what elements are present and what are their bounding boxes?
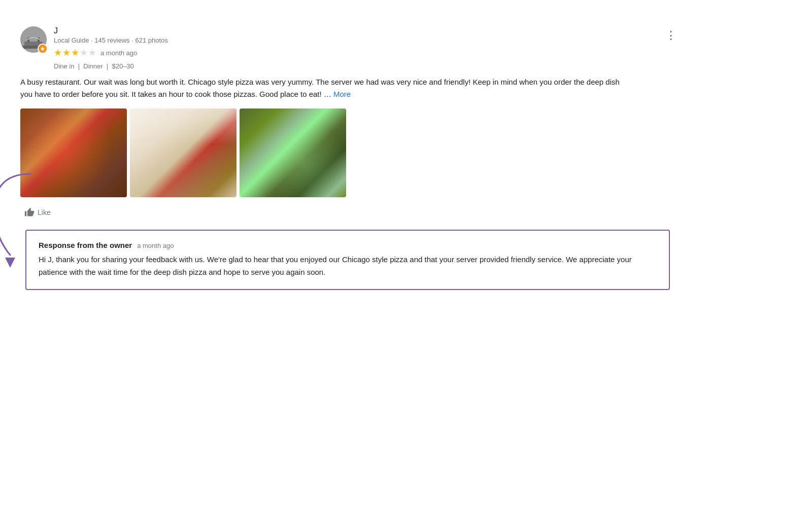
review-header: J Local Guide · 145 reviews · 621 photos… xyxy=(20,26,680,70)
avatar-wrapper xyxy=(20,26,47,53)
star-rating: ★ ★ ★ ★ ★ xyxy=(54,47,96,58)
review-photo-salad[interactable] xyxy=(240,109,346,197)
owner-response-header: Response from the owner a month ago xyxy=(39,241,657,249)
star-2: ★ xyxy=(62,47,71,58)
more-link[interactable]: More xyxy=(333,90,351,98)
like-label: Like xyxy=(38,208,51,216)
more-options-button[interactable]: ⋮ xyxy=(662,26,680,45)
reviewer-info: J Local Guide · 145 reviews · 621 photos… xyxy=(20,26,168,70)
review-tags: Dine in | Dinner | $20–30 xyxy=(54,62,168,70)
review-container: J Local Guide · 145 reviews · 621 photos… xyxy=(20,16,680,300)
owner-response-time: a month ago xyxy=(137,242,174,249)
like-button[interactable]: Like xyxy=(20,205,55,220)
reviewer-meta: Local Guide · 145 reviews · 621 photos xyxy=(54,37,168,44)
owner-response-label: Response from the owner xyxy=(39,241,132,249)
local-guide-badge xyxy=(38,44,48,54)
star-5: ★ xyxy=(88,47,96,58)
stars-row: ★ ★ ★ ★ ★ a month ago xyxy=(54,47,168,58)
star-4: ★ xyxy=(80,47,88,58)
owner-response-wrapper: Response from the owner a month ago Hi J… xyxy=(20,230,670,290)
star-1: ★ xyxy=(54,47,62,58)
reviewer-name: J xyxy=(54,26,168,35)
star-3: ★ xyxy=(71,47,79,58)
review-photo-pizza[interactable] xyxy=(20,109,127,197)
owner-response-text: Hi J, thank you for sharing your feedbac… xyxy=(39,254,657,279)
review-photos xyxy=(20,109,680,197)
owner-response-box: Response from the owner a month ago Hi J… xyxy=(25,230,670,290)
review-text: A busy restaurant. Our wait was long but… xyxy=(20,76,629,100)
thumbs-up-icon xyxy=(24,207,35,218)
review-time: a month ago xyxy=(100,49,137,57)
svg-marker-5 xyxy=(5,258,15,268)
like-row: Like xyxy=(20,205,680,220)
badge-star-icon xyxy=(40,46,46,52)
reviewer-details: J Local Guide · 145 reviews · 621 photos… xyxy=(54,26,168,70)
review-photo-breadsticks[interactable] xyxy=(130,109,236,197)
